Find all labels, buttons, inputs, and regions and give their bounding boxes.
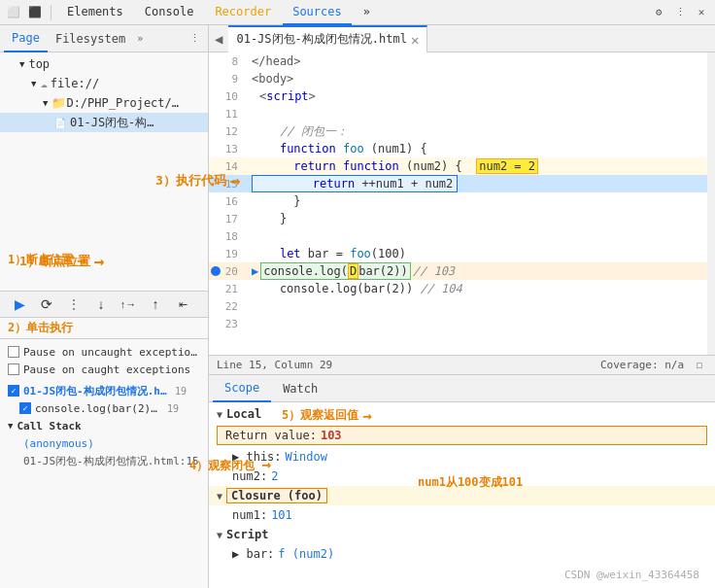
scope-local-header[interactable]: ▼ Local <box>209 404 715 424</box>
tree-item-dir[interactable]: ▼ 📁 D:/PHP_Project/www/v <box>0 93 208 113</box>
folder-icon: 📁 <box>51 96 66 110</box>
panel-more-btn[interactable]: » <box>133 33 147 44</box>
more-btn[interactable]: ⇤ <box>171 293 194 316</box>
scope-num1-item[interactable]: num1: 101 <box>209 505 715 525</box>
bottom-right-panel: Scope Watch ▼ Local Return value: 103 <box>209 374 715 588</box>
scope-num1-key: num1: <box>232 508 267 522</box>
scope-closure-header[interactable]: ▼ Closure (foo) <box>209 486 715 505</box>
annotation-1: 1）断点位置 → <box>8 251 200 269</box>
code-line-14: 14 return function (num2) { num2 = 2 <box>209 157 715 175</box>
more-options-icon[interactable]: ⋮ <box>670 3 690 22</box>
tab-watch[interactable]: Watch <box>271 375 329 402</box>
nav-left-icon[interactable]: ◀ <box>209 31 228 47</box>
return-value-item: Return value: 103 <box>217 426 707 445</box>
tab-console[interactable]: Console <box>135 0 204 25</box>
status-position: Line 15, Column 29 <box>217 359 332 371</box>
tab-scope[interactable]: Scope <box>213 375 271 402</box>
right-panel: ◀ 01-JS闭包-构成闭包情况.html ✕ 8 </head> 9 <box>209 25 715 588</box>
code-line-18: 18 <box>209 227 715 245</box>
scrollbar-right[interactable] <box>707 52 715 355</box>
code-lines: 8 </head> 9 <body> 10 <script> <box>209 52 715 332</box>
pause-caught-item[interactable]: Pause on caught exceptions <box>0 361 208 378</box>
bp-file-item[interactable]: 01-JS闭包-构成闭包情况.html 19 <box>0 382 208 399</box>
tab-elements[interactable]: Elements <box>57 0 133 25</box>
chevron-down-icon-3: ▼ <box>43 98 48 108</box>
watermark-text: CSDN @weixin_43364458 <box>564 569 699 581</box>
code-line-21: 21 console.log(bar(2)) // 104 <box>209 280 715 297</box>
return-key: Return value: <box>225 429 317 442</box>
pause-uncaught-item[interactable]: Pause on uncaught exceptions <box>0 343 208 361</box>
tree-item-top[interactable]: ▼ top <box>0 54 208 74</box>
scope-section-script: ▼ Script ▶ bar: f (num2) <box>209 525 715 564</box>
step-over-button[interactable]: ⟳ <box>35 293 58 316</box>
code-line-8: 8 </head> <box>209 52 715 70</box>
code-line-17: 17 } <box>209 210 715 227</box>
deactivate-button[interactable]: ↑ <box>144 293 167 316</box>
code-line-13: 13 function foo (num1) { <box>209 140 715 157</box>
tab-filesystem[interactable]: Filesystem <box>48 25 133 52</box>
file-tree: ▼ top ▼ ☁ file:// ▼ 📁 D:/PHP_Project/w <box>0 52 208 247</box>
left-panel: Page Filesystem » ⋮ ▼ top ▼ ☁ file: <box>0 25 209 588</box>
tab-sources[interactable]: Sources <box>283 0 352 25</box>
step-into-button[interactable]: ↓ <box>89 293 113 316</box>
bp-console-checkbox[interactable] <box>19 402 31 414</box>
code-line-9: 9 <body> <box>209 70 715 87</box>
pause-caught-checkbox[interactable] <box>8 363 19 375</box>
code-line-20: 20 ▶ console.log(Dbar(2)) // 103 <box>209 262 715 280</box>
spacer <box>0 271 208 291</box>
scope-script-header[interactable]: ▼ Script <box>209 525 715 544</box>
scope-num2-key: num2: <box>232 469 267 483</box>
scope-bar-key: ▶ bar: <box>232 547 274 561</box>
tree-item-file-html[interactable]: 📄 01-JS闭包-构成闭包 <box>0 113 208 132</box>
code-line-22: 22 <box>209 297 715 315</box>
code-line-16: 16 } <box>209 192 715 210</box>
tab-page[interactable]: Page <box>4 25 48 52</box>
scope-num2-item[interactable]: num2: 2 <box>209 467 715 486</box>
code-line-12: 12 // 闭包一： <box>209 122 715 140</box>
status-icon[interactable]: ◻ <box>692 358 707 373</box>
call-stack-list: (anonymous) 01-JS闭包-构成闭包情况.html:15 <box>0 434 208 469</box>
close-icon[interactable]: ✕ <box>692 3 711 22</box>
callstack-chevron: ▼ <box>8 421 13 431</box>
step-out-button[interactable]: ↑→ <box>117 293 140 316</box>
active-line-content: return ++num1 + num2 <box>252 175 458 192</box>
cs-file[interactable]: 01-JS闭包-构成闭包情况.html:15 <box>16 452 208 469</box>
expand-script-icon: ▼ <box>217 530 222 540</box>
scope-num1-val: 101 <box>271 508 292 522</box>
panel-tabs: Page Filesystem » ⋮ <box>0 25 208 52</box>
tab-more[interactable]: » <box>354 0 380 25</box>
pause-uncaught-label: Pause on uncaught exceptions <box>23 346 200 359</box>
devtools-icon-2[interactable]: ⬛ <box>25 3 45 22</box>
scope-this-item[interactable]: ▶ this: Window <box>209 447 715 467</box>
devtools-icon-1[interactable]: ⬜ <box>4 3 23 22</box>
scope-section-local: ▼ Local Return value: 103 ▶ this: Window <box>209 404 715 486</box>
tab-recorder[interactable]: Recorder <box>205 0 281 25</box>
return-val: 103 <box>321 429 342 442</box>
code-line-15: 15 return ++num1 + num2 <box>209 175 715 192</box>
play-button[interactable]: ▶ <box>8 293 31 316</box>
scope-content: ▼ Local Return value: 103 ▶ this: Window <box>209 402 715 588</box>
chevron-down-icon-2: ▼ <box>31 79 36 88</box>
call-stack-header[interactable]: ▼ Call Stack <box>0 417 208 434</box>
code-area[interactable]: 8 </head> 9 <body> 10 <script> <box>209 52 715 355</box>
annotation-2-text: 2）单击执行 <box>8 321 73 334</box>
chevron-down-icon: ▼ <box>19 59 24 69</box>
pause-uncaught-checkbox[interactable] <box>8 346 19 358</box>
top-toolbar: ⬜ ⬛ Elements Console Recorder Sources » … <box>0 0 715 25</box>
cs-anonymous[interactable]: (anonymous) <box>16 434 208 452</box>
file-icon: 📄 <box>54 118 66 128</box>
editor-tab-html[interactable]: 01-JS闭包-构成闭包情况.html ✕ <box>228 25 427 52</box>
bp-file-checkbox[interactable] <box>8 385 19 397</box>
breakpoint-indicator <box>211 266 221 276</box>
settings-icon[interactable]: ⚙ <box>649 3 668 22</box>
panel-menu-icon[interactable]: ⋮ <box>185 29 204 49</box>
tree-item-file[interactable]: ▼ ☁ file:// <box>0 74 208 93</box>
tab-close-icon[interactable]: ✕ <box>411 32 419 48</box>
step-button[interactable]: ⋮ <box>62 293 85 316</box>
cs-item-1-label: 01-JS闭包-构成闭包情况.html:15 <box>23 454 199 468</box>
arrow-icon-1: → <box>77 251 86 269</box>
scope-bar-item[interactable]: ▶ bar: f (num2) <box>209 544 715 564</box>
scope-closure-label: Closure (foo) <box>226 488 327 503</box>
bp-console-item[interactable]: console.log(bar(2)) // 103 19 <box>0 399 208 417</box>
cloud-icon: ☁ <box>40 77 47 90</box>
